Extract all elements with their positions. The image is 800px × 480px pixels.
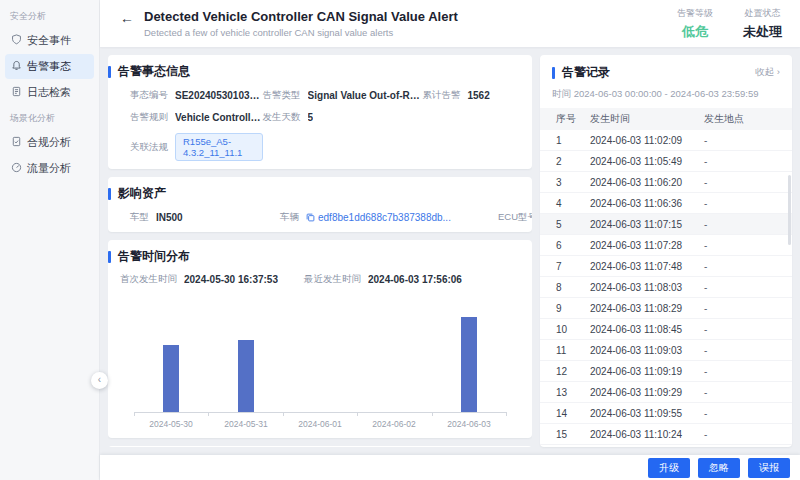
false-positive-button[interactable]: 误报 [748, 458, 790, 478]
field-label: 发生天数 [263, 111, 301, 124]
record-row[interactable]: 142024-06-03 11:09:55- [540, 403, 792, 424]
x-axis-line [134, 412, 506, 413]
regulation-tag[interactable]: R155e_A5-4.3.2_11_11.1 [175, 133, 263, 161]
record-time: 2024-06-03 11:08:03 [586, 282, 704, 293]
record-row[interactable]: 72024-06-03 11:07:48- [540, 256, 792, 277]
record-row[interactable]: 62024-06-03 11:07:28- [540, 235, 792, 256]
col-time-header: 发生时间 [586, 112, 704, 126]
x-tick-label: 2024-06-02 [362, 419, 426, 429]
record-seq: 8 [540, 282, 586, 293]
record-row[interactable]: 92024-06-03 11:08:29- [540, 298, 792, 319]
record-row[interactable]: 132024-06-03 11:09:29- [540, 382, 792, 403]
sidebar-item-label: 告警事态 [27, 59, 71, 74]
handle-status-stat: 处置状态 未处理 [743, 7, 782, 41]
record-row[interactable]: 162024-06-03 11:10:54- [540, 445, 792, 447]
records-table: 序号 发生时间 发生地点 12024-06-03 11:02:09-22024-… [540, 108, 792, 447]
record-location: - [704, 387, 792, 398]
sidebar-item-label: 合规分析 [27, 135, 71, 150]
record-location: - [704, 282, 792, 293]
record-row[interactable]: 52024-06-03 11:07:15- [540, 214, 792, 235]
alert-info-card: 告警事态信息 事态编号SE202405301037ZQZB告警类型Signal … [108, 55, 532, 169]
field-value[interactable]: edf8be1dd688c7b387388db... [318, 212, 451, 223]
record-location: - [704, 366, 792, 377]
record-row[interactable]: 82024-06-03 11:08:03- [540, 277, 792, 298]
record-time: 2024-06-03 11:08:45 [586, 324, 704, 335]
record-time: 2024-06-03 11:07:48 [586, 261, 704, 272]
sidebar-item-label: 日志检索 [27, 85, 71, 100]
record-row[interactable]: 112024-06-03 11:09:03- [540, 340, 792, 361]
field-告警类型: 告警类型Signal Value Out-of-Range [263, 89, 423, 102]
alert-records-panel: 告警记录 收起 › 时间 2024-06-03 00:00:00 - 2024-… [540, 55, 792, 447]
record-seq: 7 [540, 261, 586, 272]
record-location: - [704, 261, 792, 272]
field-累计告警: 累计告警1562 [422, 89, 520, 102]
record-seq: 2 [540, 156, 586, 167]
sidebar-item-合规分析[interactable]: 合规分析 [5, 130, 94, 155]
x-tick-label: 2024-05-30 [139, 419, 203, 429]
ignore-button[interactable]: 忽略 [698, 458, 740, 478]
collapse-records-link[interactable]: 收起 › [755, 66, 780, 79]
page-title: Detected Vehicle Controller CAN Signal V… [144, 9, 458, 24]
alert-level-label: 告警等级 [677, 7, 713, 20]
record-time: 2024-06-03 11:06:20 [586, 177, 704, 188]
back-arrow-icon[interactable]: ← [120, 10, 134, 26]
sidebar-collapse-handle[interactable]: ‹ [91, 372, 108, 389]
field-value: SE202405301037ZQZB [175, 90, 263, 101]
alert-level-stat: 告警等级 低危 [677, 7, 713, 41]
record-seq: 10 [540, 324, 586, 335]
record-location: - [704, 345, 792, 356]
copy-icon[interactable] [306, 213, 315, 222]
app-window: 安全分析安全事件告警事态日志检索场景化分析合规分析流量分析 ‹ ← Detect… [0, 0, 800, 480]
x-tick-label: 2024-06-03 [437, 419, 501, 429]
field-label: 累计告警 [422, 89, 460, 102]
record-row[interactable]: 32024-06-03 11:06:20- [540, 172, 792, 193]
sidebar-section-title: 安全分析 [0, 4, 99, 27]
record-seq: 9 [540, 303, 586, 314]
record-row[interactable]: 12024-06-03 11:02:09- [540, 130, 792, 151]
record-time: 2024-06-03 11:02:09 [586, 135, 704, 146]
field-value: 5 [308, 112, 314, 123]
records-table-header: 序号 发生时间 发生地点 [540, 108, 792, 130]
record-row[interactable]: 152024-06-03 11:10:24- [540, 424, 792, 445]
asset-field-ECU型号: ECU型号DHU-IN500-2 [498, 211, 520, 224]
last-occurrence-field: 最近发生时间 2024-06-03 17:56:06 [304, 273, 462, 286]
record-time: 2024-06-03 11:09:03 [586, 345, 704, 356]
record-seq: 1 [540, 135, 586, 146]
sidebar-item-日志检索[interactable]: 日志检索 [5, 80, 94, 105]
alert-event-icon [11, 60, 22, 73]
record-row[interactable]: 42024-06-03 11:06:36- [540, 193, 792, 214]
sidebar-item-告警事态[interactable]: 告警事态 [5, 54, 94, 79]
record-time: 2024-06-03 11:07:15 [586, 219, 704, 230]
record-row[interactable]: 122024-06-03 11:09:19- [540, 361, 792, 382]
time-distribution-card: 告警时间分布 首次发生时间 2024-05-30 16:37:53 最近发生时间… [108, 240, 532, 438]
time-distribution-chart: 2024-05-302024-05-312024-06-012024-06-02… [120, 292, 520, 430]
record-location: - [704, 135, 792, 146]
page-subtitle: Detected a few of vehicle controller CAN… [144, 27, 458, 38]
main-content: ‹ ← Detected Vehicle Controller CAN Sign… [100, 0, 800, 480]
log-search-icon [11, 86, 22, 99]
escalate-button[interactable]: 升级 [648, 458, 690, 478]
time-distribution-title: 告警时间分布 [118, 248, 190, 265]
accent-bar [552, 67, 555, 79]
record-time: 2024-06-03 11:07:28 [586, 240, 704, 251]
traffic-icon [11, 162, 22, 175]
record-row[interactable]: 102024-06-03 11:08:45- [540, 319, 792, 340]
record-row[interactable]: 22024-06-03 11:05:49- [540, 151, 792, 172]
record-location: - [704, 240, 792, 251]
x-axis-tick [283, 412, 284, 416]
sidebar-item-安全事件[interactable]: 安全事件 [5, 28, 94, 53]
field-value: Signal Value Out-of-Range [308, 90, 423, 101]
security-event-icon [11, 34, 22, 47]
record-seq: 5 [540, 219, 586, 230]
record-time: 2024-06-03 11:08:29 [586, 303, 704, 314]
sidebar-item-流量分析[interactable]: 流量分析 [5, 156, 94, 181]
x-axis-tick [208, 412, 209, 416]
alert-records-title: 告警记录 [562, 64, 610, 81]
asset-field-车辆: 车辆edf8be1dd688c7b387388db... [280, 211, 498, 224]
accent-bar [108, 188, 111, 200]
record-time: 2024-06-03 11:09:29 [586, 387, 704, 398]
bar-2024-06-03 [461, 317, 477, 412]
records-scrollbar[interactable] [788, 175, 791, 245]
field-label: 告警规则 [130, 111, 168, 124]
record-location: - [704, 303, 792, 314]
